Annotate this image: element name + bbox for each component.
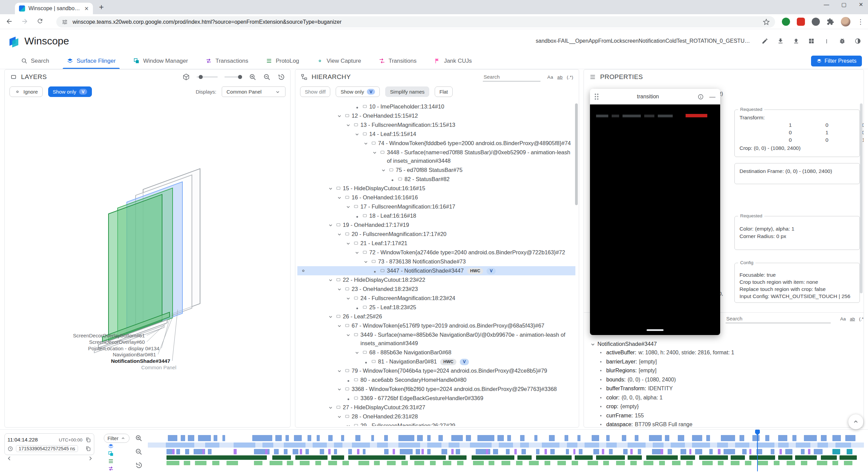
trace-segment-protolog-light[interactable]: [659, 461, 665, 465]
trace-segment-overview-band[interactable]: [735, 442, 749, 448]
extension-icon-3[interactable]: [812, 18, 820, 26]
trace-segment-protolog-dark[interactable]: [575, 455, 593, 460]
property-row[interactable]: crop:{empty}: [587, 402, 859, 412]
trace-segment-surface-flinger[interactable]: [678, 435, 684, 441]
chevron-down-icon[interactable]: [335, 412, 343, 420]
profile-avatar[interactable]: [841, 17, 850, 26]
trace-segment-protolog-light[interactable]: [287, 461, 293, 465]
trace-segment-overview-band[interactable]: [427, 442, 441, 448]
regex-icon[interactable]: (.*): [567, 75, 573, 80]
hierarchy-node[interactable]: 16 - OneHanded:16:16#16: [297, 193, 575, 202]
extension-icon-2[interactable]: [797, 18, 805, 26]
info-icon[interactable]: [697, 94, 704, 100]
hierarchy-node[interactable]: 75 - ed70f88 StatusBar#75: [297, 165, 575, 175]
chevron-down-icon[interactable]: [335, 285, 343, 292]
toggle-protolog-icon[interactable]: [108, 458, 114, 464]
trace-segment-transactions-blue[interactable]: [456, 449, 460, 454]
trace-segment-protolog-dark[interactable]: [680, 455, 695, 460]
rect-icon[interactable]: [361, 102, 369, 109]
trace-segment-surface-flinger[interactable]: [792, 435, 797, 441]
trace-segment-protolog-light[interactable]: [430, 461, 436, 465]
trace-segment-transactions-purple[interactable]: [749, 449, 751, 454]
trace-segment-surface-flinger[interactable]: [317, 435, 319, 441]
match-case-icon[interactable]: Aa: [840, 316, 846, 321]
trace-segment-transactions-blue[interactable]: [441, 449, 447, 454]
trace-segment-transactions-blue[interactable]: [348, 449, 352, 454]
trace-segment-protolog-light[interactable]: [787, 461, 795, 465]
trace-segment-transactions-blue[interactable]: [566, 449, 569, 454]
trace-segment-surface-flinger[interactable]: [198, 435, 211, 441]
trace-segment-transactions-blue[interactable]: [384, 449, 389, 454]
chevron-down-icon[interactable]: [327, 221, 335, 228]
rect-icon[interactable]: [361, 248, 369, 255]
hierarchy-node[interactable]: 82 - StatusBar#82: [297, 175, 575, 184]
trace-segment-overview-band[interactable]: [585, 442, 599, 448]
chevron-down-icon[interactable]: [371, 148, 379, 156]
rect-icon[interactable]: [361, 130, 369, 137]
trace-segment-protolog-light[interactable]: [774, 461, 780, 465]
trace-segment-surface-flinger[interactable]: [417, 435, 423, 441]
rect-icon[interactable]: [352, 331, 360, 337]
hierarchy-node[interactable]: 24 - FullscreenMagnification:18:23#24: [297, 294, 575, 303]
hierarchy-node[interactable]: 25 - Leaf:18:23#25: [297, 303, 575, 312]
rotation-slider[interactable]: [197, 77, 218, 77]
rect-icon[interactable]: [335, 184, 342, 191]
rect-icon[interactable]: [352, 394, 360, 401]
hierarchy-node[interactable]: 3448 - Surface(name=ed70f88 StatusBar)/@…: [297, 148, 575, 165]
regex-icon[interactable]: (.*): [859, 316, 864, 321]
trace-segment-transactions-blue[interactable]: [638, 449, 642, 454]
trace-segment-transactions-blue[interactable]: [493, 449, 498, 454]
trace-segment-protolog-dark[interactable]: [778, 455, 792, 460]
trace-segment-surface-flinger[interactable]: [706, 435, 710, 441]
trace-segment-transactions-purple[interactable]: [602, 449, 604, 454]
filter-presets-button[interactable]: Filter Presets: [811, 56, 862, 66]
trace-segment-protolog-dark[interactable]: [449, 455, 467, 460]
trace-segment-transactions-blue[interactable]: [166, 449, 172, 454]
trace-segment-transactions-blue[interactable]: [334, 449, 337, 454]
trace-segment-transactions-blue[interactable]: [668, 449, 672, 454]
hierarchy-node[interactable]: 3449 - Surface(name=885b63e NavigationBa…: [297, 330, 575, 348]
rect-icon[interactable]: [379, 148, 386, 155]
trace-segment-protolog-light[interactable]: [529, 461, 539, 465]
visibility-icon[interactable]: [300, 268, 307, 274]
rect-icon[interactable]: [361, 348, 369, 355]
trace-segment-protolog-light[interactable]: [758, 461, 768, 465]
trace-segment-protolog-dark[interactable]: [749, 455, 775, 460]
timeline-zoom-in-icon[interactable]: [135, 434, 142, 442]
screen-recording-titlebar[interactable]: transition —: [590, 89, 720, 104]
rect-icon[interactable]: [361, 303, 369, 310]
tab-surface-flinger[interactable]: Surface Flinger: [59, 53, 123, 69]
trace-segment-protolog-dark[interactable]: [840, 455, 857, 460]
trace-segment-overview-band[interactable]: [796, 442, 810, 448]
trace-segment-transactions-blue[interactable]: [680, 449, 686, 454]
hierarchy-node[interactable]: 23 - OneHanded:18:23#23: [297, 284, 575, 294]
trace-segment-transactions-blue[interactable]: [208, 449, 212, 454]
chevron-down-icon[interactable]: [335, 230, 343, 237]
trace-segment-transactions-purple[interactable]: [300, 449, 302, 454]
trace-segment-surface-flinger[interactable]: [285, 435, 289, 441]
rect-icon[interactable]: [352, 421, 360, 426]
trace-segment-surface-flinger[interactable]: [451, 435, 463, 441]
scroll-to-top-button[interactable]: [848, 414, 863, 429]
chevron-down-icon[interactable]: [344, 294, 352, 301]
trace-segment-protolog-light[interactable]: [702, 461, 713, 465]
trace-segment-transactions-blue[interactable]: [363, 449, 366, 454]
trace-segment-transactions-blue[interactable]: [274, 449, 279, 454]
trace-segment-protolog-light[interactable]: [489, 461, 494, 465]
trace-segment-protolog-light[interactable]: [844, 461, 852, 465]
trace-segment-surface-flinger[interactable]: [592, 435, 599, 441]
trace-segment-protolog-light[interactable]: [195, 461, 206, 465]
trace-segment-transactions-purple[interactable]: [172, 449, 175, 454]
tab-window-manager[interactable]: Window Manager: [126, 53, 195, 69]
trace-segment-surface-flinger[interactable]: [384, 435, 388, 441]
copy-icon[interactable]: [85, 446, 91, 452]
trace-segment-protolog-dark[interactable]: [596, 455, 625, 460]
rect-icon[interactable]: [370, 139, 377, 146]
tab-close-icon[interactable]: ✕: [84, 5, 89, 12]
edit-icon[interactable]: [762, 38, 768, 44]
rect-icon[interactable]: [343, 230, 351, 237]
trace-segment-protolog-light[interactable]: [270, 461, 282, 465]
hierarchy-node[interactable]: 15 - HideDisplayCutout:16:16#15: [297, 184, 575, 193]
trace-segment-protolog-light[interactable]: [801, 461, 807, 465]
trace-segment-overview-band[interactable]: [817, 442, 828, 448]
